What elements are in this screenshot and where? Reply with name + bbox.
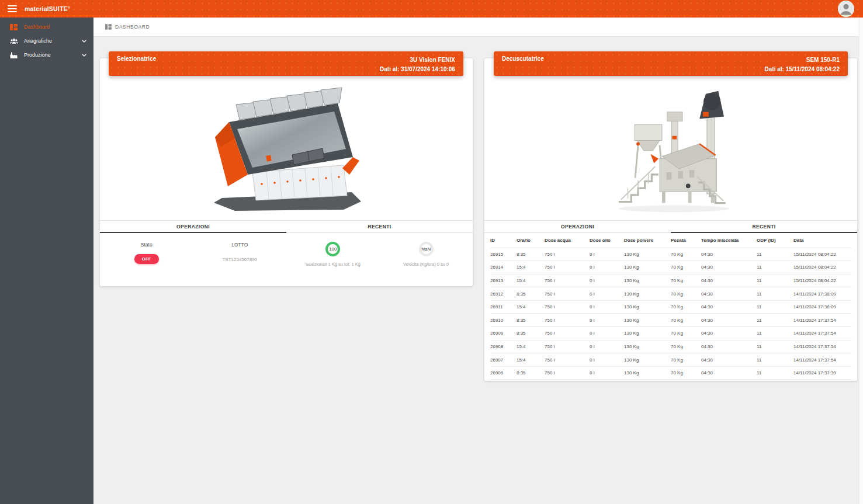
cell-orario: 15:4 (517, 353, 545, 367)
user-avatar-icon[interactable] (838, 1, 854, 17)
cell-data: 15/11/2024 08:04:22 (793, 248, 851, 261)
card-title: Decuscutatrice (502, 55, 544, 76)
gauge-caption: Selezionati 1 Kg su tot. 1 Kg (286, 262, 380, 267)
cell-dose-polvere: 130 Kg (624, 314, 671, 327)
tab-operazioni[interactable]: OPERAZIONI (100, 221, 286, 232)
sidebar-item-dashboard[interactable]: Dashboard (0, 20, 93, 34)
operations-panel: Stato OFF LOTTO TST1234567890 100 Selezi… (100, 233, 473, 286)
sidebar-item-label: Dashboard (24, 24, 50, 30)
card-header-meta: 3U Vision FENIX Dati al: 31/07/2024 14:1… (380, 55, 455, 76)
lotto-column: LOTTO TST1234567890 (193, 242, 287, 286)
cell-dose-acqua: 750 l (545, 366, 590, 380)
cell-dose-polvere: 130 Kg (624, 327, 671, 340)
cell-id: 26914 (490, 261, 517, 274)
card-header-decuscutatrice: Decuscutatrice SEM 150-R1 Dati al: 15/11… (494, 51, 848, 76)
menu-icon[interactable] (8, 5, 17, 12)
cell-dose-acqua: 750 l (545, 353, 590, 367)
table-row: 26906 8:35 750 l 0 l 130 Kg 70 Kg 04:30 … (490, 366, 851, 380)
tab-recenti[interactable]: RECENTI (286, 221, 473, 232)
cell-data: 14/11/2024 17:37:39 (793, 366, 851, 380)
card-selezionatrice: OPERAZIONI RECENTI Stato OFF LOTTO TST12… (100, 58, 473, 286)
cell-dose-olio: 0 l (590, 287, 624, 301)
cell-tempo-miscelata: 04:30 (701, 274, 757, 287)
dashboard-page: materialSUITE® Dashboard (0, 0, 863, 504)
registered-mark: ® (68, 6, 71, 9)
cell-odp-id: 11 (757, 340, 793, 353)
cell-pesata: 70 Kg (671, 287, 701, 301)
tab-recenti[interactable]: RECENTI (671, 221, 857, 232)
table-row: 26911 15:4 750 l 0 l 130 Kg 70 Kg 04:30 … (490, 300, 851, 314)
dashboard-icon (10, 23, 19, 30)
cell-odp-id: 11 (757, 366, 793, 380)
cell-odp-id: 11 (757, 274, 793, 287)
chevron-down-icon (82, 54, 86, 57)
cell-dose-acqua: 750 l (545, 327, 590, 340)
card-header-selezionatrice: Selezionatrice 3U Vision FENIX Dati al: … (109, 51, 463, 76)
cell-dose-olio: 0 l (590, 274, 624, 287)
cell-pesata: 70 Kg (671, 248, 701, 261)
cell-dose-olio: 0 l (590, 261, 624, 274)
cell-dose-olio: 0 l (590, 366, 624, 380)
cell-dose-polvere: 130 Kg (624, 274, 671, 287)
top-app-bar: materialSUITE® (0, 0, 863, 18)
recent-operations-table: ID Orario Dose acqua Dose olio Dose polv… (490, 233, 851, 380)
gauge-caption: Velocità (Kg/ora) 0 su 0 (380, 262, 473, 267)
data-timestamp: Dati al: 15/11/2024 08:04:22 (765, 65, 840, 74)
table-row: 26910 8:35 750 l 0 l 130 Kg 70 Kg 04:30 … (490, 314, 851, 327)
cell-pesata: 70 Kg (671, 300, 701, 314)
lotto-label: LOTTO (193, 242, 287, 248)
sidebar-item-produzione[interactable]: Produzione (0, 48, 93, 62)
status-badge: OFF (134, 254, 159, 264)
column-header: Tempo miscelata (701, 233, 757, 248)
column-header: ODP (ID) (757, 233, 793, 248)
cell-data: 14/11/2024 17:37:54 (793, 327, 851, 340)
cell-pesata: 70 Kg (671, 314, 701, 327)
cell-tempo-miscelata: 04:30 (701, 366, 757, 380)
column-header: ID (490, 233, 517, 248)
dashboard-icon (105, 24, 112, 30)
cell-odp-id: 11 (757, 327, 793, 340)
column-header: Orario (517, 233, 545, 248)
table-row: 26907 15:4 750 l 0 l 130 Kg 70 Kg 04:30 … (490, 353, 851, 367)
selezionati-gauge: 100 Selezionati 1 Kg su tot. 1 Kg (286, 242, 380, 286)
cell-orario: 15:4 (517, 300, 545, 314)
cell-dose-acqua: 750 l (545, 274, 590, 287)
cell-dose-olio: 0 l (590, 248, 624, 261)
cell-odp-id: 11 (757, 314, 793, 327)
cell-dose-acqua: 750 l (545, 248, 590, 261)
machine-image-sem-150-r1 (484, 58, 857, 220)
cell-tempo-miscelata: 04:30 (701, 248, 757, 261)
vertical-scrollbar[interactable] (859, 18, 863, 504)
cell-odp-id: 11 (757, 300, 793, 314)
card-decuscutatrice: OPERAZIONI RECENTI ID Orario Dose acqua … (484, 58, 857, 381)
cell-tempo-miscelata: 04:30 (701, 353, 757, 367)
cell-dose-olio: 0 l (590, 340, 624, 353)
gauge-value: 100 (325, 242, 340, 256)
table-row: 26908 15:4 750 l 0 l 130 Kg 70 Kg 04:30 … (490, 340, 851, 353)
cell-id: 26906 (490, 366, 517, 380)
cell-dose-polvere: 130 Kg (624, 366, 671, 380)
cell-id: 26915 (490, 248, 517, 261)
column-header: Dose polvere (624, 233, 671, 248)
velocita-gauge: NaN Velocità (Kg/ora) 0 su 0 (380, 242, 473, 286)
cell-odp-id: 11 (757, 287, 793, 301)
breadcrumb-label: DASHBOARD (115, 24, 150, 30)
chevron-down-icon (82, 40, 86, 43)
tab-operazioni[interactable]: OPERAZIONI (484, 221, 671, 232)
cell-id: 26910 (490, 314, 517, 327)
cell-id: 26912 (490, 287, 517, 301)
cell-id: 26908 (490, 340, 517, 353)
cell-odp-id: 11 (757, 261, 793, 274)
sidebar-item-anagrafiche[interactable]: Anagrafiche (0, 34, 93, 48)
cell-tempo-miscelata: 04:30 (701, 261, 757, 274)
breadcrumb-bar: DASHBOARD (93, 18, 863, 37)
table-header-row: ID Orario Dose acqua Dose olio Dose polv… (490, 233, 851, 248)
cell-dose-polvere: 130 Kg (624, 300, 671, 314)
lotto-value: TST1234567890 (193, 257, 287, 262)
breadcrumb[interactable]: DASHBOARD (105, 24, 150, 30)
table-row: 26912 8:35 750 l 0 l 130 Kg 70 Kg 04:30 … (490, 287, 851, 301)
cell-orario: 15:4 (517, 261, 545, 274)
cell-data: 14/11/2024 17:38:09 (793, 300, 851, 314)
gauge-value: NaN (419, 242, 434, 256)
cell-dose-polvere: 130 Kg (624, 353, 671, 367)
